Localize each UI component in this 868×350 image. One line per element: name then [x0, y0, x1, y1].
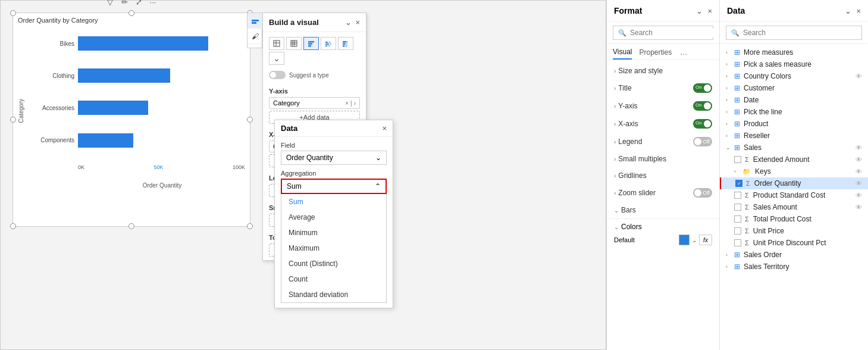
unit-price-discount-check[interactable]	[734, 239, 741, 246]
vis-table-icon[interactable]	[269, 37, 284, 50]
field-dropdown[interactable]: Order Quantity ⌄	[281, 151, 387, 165]
data-header-icons: ⌄ ×	[845, 7, 861, 15]
resize-handle-tm[interactable]	[129, 10, 134, 16]
section-size-style[interactable]: › Size and style	[607, 62, 719, 79]
resize-handle-tl[interactable]	[10, 10, 16, 16]
expand-icon[interactable]: ⤢	[133, 0, 144, 7]
suggest-toggle[interactable]	[269, 71, 286, 79]
bar-fill-accessories	[78, 101, 148, 115]
agg-option-minimum[interactable]: Minimum	[281, 225, 386, 240]
zoom-slider-toggle[interactable]: Off	[693, 188, 712, 198]
format-collapse-icon[interactable]: ⌄	[696, 7, 703, 15]
total-product-cost-check[interactable]	[734, 215, 741, 223]
section-y-axis[interactable]: › Y-axis On	[607, 97, 719, 115]
section-title[interactable]: › Title On	[607, 79, 719, 97]
format-search-input[interactable]	[630, 29, 719, 37]
y-axis-toggle[interactable]: On	[693, 101, 712, 111]
color-dropdown-arrow[interactable]: ⌄	[692, 237, 697, 243]
popup-body: Field Order Quantity ⌄ Aggregation Sum ⌃…	[275, 137, 393, 308]
field-dropdown-arrow: ⌄	[375, 154, 381, 162]
edit-icon[interactable]: ✏	[119, 0, 130, 7]
tree-item-reseller[interactable]: › ⊞ Reseller	[720, 130, 868, 142]
order-quantity-check[interactable]: ✓	[735, 180, 742, 187]
unit-price-check[interactable]	[734, 227, 741, 235]
field-label: Field	[281, 142, 387, 149]
agg-option-std[interactable]: Standard deviation	[281, 287, 386, 302]
collapse-icon[interactable]: ⌄	[345, 18, 352, 26]
popup-close-icon[interactable]: ×	[382, 124, 387, 132]
section-gridlines[interactable]: › Gridlines	[607, 167, 719, 184]
agg-option-maximum[interactable]: Maximum	[281, 240, 386, 256]
vis-more-icon[interactable]: ⌄	[269, 52, 284, 65]
resize-handle-bl[interactable]	[10, 223, 16, 229]
agg-option-sum[interactable]: Sum	[281, 194, 386, 210]
vis-matrix-icon[interactable]	[286, 37, 302, 50]
section-bars[interactable]: ⌄ Bars	[607, 202, 719, 218]
legend-toggle[interactable]: Off	[693, 137, 712, 146]
agg-option-average[interactable]: Average	[281, 210, 386, 225]
format-search-box[interactable]: 🔍	[613, 26, 713, 40]
tab-properties[interactable]: Properties	[639, 48, 672, 59]
tree-item-unit-price-discount[interactable]: Σ Unit Price Discount Pct	[720, 237, 868, 249]
vis-clustered-bar-icon[interactable]	[321, 37, 336, 50]
tree-item-order-quantity[interactable]: ✓ Σ Order Quantity 👁	[720, 177, 868, 189]
aggregation-dropdown[interactable]: Sum ⌃	[281, 179, 387, 194]
section-legend[interactable]: › Legend Off	[607, 133, 719, 151]
close-panel-icon[interactable]: ×	[355, 18, 360, 26]
section-x-axis[interactable]: › X-axis On	[607, 115, 719, 133]
tree-item-total-product-cost[interactable]: Σ Total Product Cost	[720, 213, 868, 225]
vis-stacked-bar-icon[interactable]	[338, 37, 353, 50]
tree-item-sales[interactable]: ⌄ ⊞ Sales 👁	[720, 142, 868, 154]
sales-amount-check[interactable]	[734, 204, 741, 211]
more-icon[interactable]: ···	[148, 0, 158, 7]
section-small-multiples[interactable]: › Small multiples	[607, 151, 719, 167]
chart-visual[interactable]: ▽ ✏ ⤢ ··· Order Quantity by Category Cat…	[12, 12, 250, 227]
y-axis-field-chip[interactable]: Category × | ›	[269, 97, 360, 109]
data-close-icon[interactable]: ×	[856, 7, 861, 15]
product-std-cost-check[interactable]	[734, 192, 741, 199]
y-axis-chevron-icon[interactable]: ›	[354, 100, 356, 107]
color-swatch[interactable]	[679, 235, 690, 245]
tree-item-product[interactable]: › ⊞ Product	[720, 118, 868, 130]
bar-chart-icon-btn[interactable]	[247, 13, 263, 29]
tree-item-more-measures[interactable]: › ⊞ More measures	[720, 46, 868, 58]
section-zoom-slider[interactable]: › Zoom slider Off	[607, 184, 719, 202]
tree-item-keys[interactable]: › 📁 Keys 👁	[720, 165, 868, 177]
y-axis-expand-icon[interactable]: |	[350, 100, 352, 107]
filter-icon[interactable]: ▽	[105, 0, 115, 7]
data-search-box[interactable]: 🔍	[726, 26, 862, 40]
data-search-input[interactable]	[743, 29, 857, 37]
x-axis-toggle[interactable]: On	[693, 119, 712, 129]
tree-item-sales-territory[interactable]: › ⊞ Sales Territory	[720, 261, 868, 273]
resize-handle-bm[interactable]	[129, 223, 134, 229]
resize-handle-br[interactable]	[247, 223, 253, 229]
keys-folder-icon: 📁	[742, 168, 751, 176]
agg-option-count-distinct[interactable]: Count (Distinct)	[281, 256, 386, 271]
tree-item-sales-amount[interactable]: Σ Sales Amount 👁	[720, 201, 868, 213]
y-axis-remove-icon[interactable]: ×	[345, 100, 349, 107]
title-toggle[interactable]: On	[693, 83, 712, 93]
tree-item-product-std-cost[interactable]: Σ Product Standard Cost 👁	[720, 189, 868, 201]
data-collapse-icon[interactable]: ⌄	[845, 7, 851, 15]
agg-option-count[interactable]: Count	[281, 271, 386, 287]
tab-visual[interactable]: Visual	[613, 48, 632, 60]
tree-item-customer[interactable]: › ⊞ Customer	[720, 82, 868, 94]
tab-more-icon[interactable]: ···	[680, 49, 687, 58]
visual-icon-bar: 🖌	[247, 12, 262, 48]
sales-chevron: ⌄	[726, 145, 732, 151]
sales-territory-icon: ⊞	[734, 262, 740, 271]
tree-item-unit-price[interactable]: Σ Unit Price	[720, 225, 868, 237]
tree-item-date[interactable]: › ⊞ Date	[720, 94, 868, 106]
tree-item-extended-amount[interactable]: Σ Extended Amount 👁	[720, 154, 868, 165]
extended-amount-check[interactable]	[734, 156, 741, 163]
format-painter-icon-btn[interactable]: 🖌	[247, 29, 263, 44]
vis-bar-icon[interactable]	[303, 37, 319, 50]
format-close-icon[interactable]: ×	[707, 7, 712, 15]
tree-item-pick-line[interactable]: › ⊞ Pick the line	[720, 106, 868, 118]
tree-item-sales-order[interactable]: › ⊞ Sales Order	[720, 249, 868, 261]
colors-header[interactable]: ⌄ Colors	[614, 223, 712, 231]
tree-item-pick-sales[interactable]: › ⊞ Pick a sales measure	[720, 58, 868, 70]
color-fx-btn[interactable]: fx	[699, 235, 712, 245]
tree-item-country-colors[interactable]: › ⊞ Country Colors 👁	[720, 70, 868, 82]
colors-section: ⌄ Colors Default ⌄ fx	[607, 218, 719, 249]
